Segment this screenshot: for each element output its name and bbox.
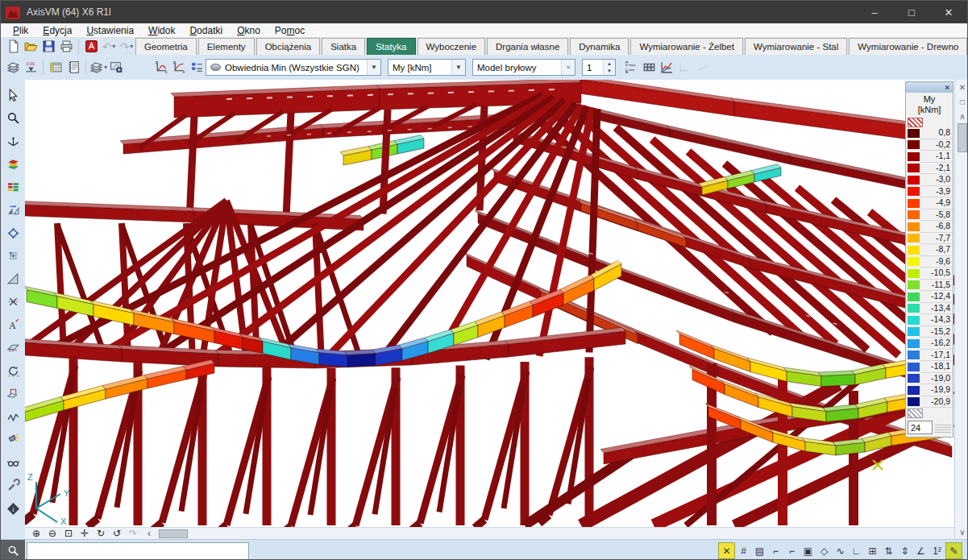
flashlight-icon[interactable] [3, 431, 23, 449]
vertical-arrows-toggle[interactable]: ⇅ [881, 543, 896, 558]
menu-item-plik[interactable]: Plik [6, 25, 35, 36]
menu-item-ustawienia[interactable]: Ustawienia [79, 25, 141, 36]
hscrollbar-thumb[interactable] [159, 529, 188, 538]
coordinate-window-toggle[interactable]: ✕ [718, 542, 735, 559]
panel-close-icon[interactable]: ✕ [955, 80, 968, 94]
report-maker-button[interactable] [64, 59, 82, 77]
visibility-glasses-icon[interactable] [3, 454, 23, 471]
tab-obciążenia[interactable]: Obciążenia [256, 38, 321, 55]
model-viewport[interactable]: ZYX [25, 80, 954, 527]
text-annotation-icon[interactable]: A [3, 316, 23, 334]
close-button[interactable]: ✕ [930, 1, 967, 23]
open-file-button[interactable] [22, 38, 39, 56]
angle-toggle[interactable]: ∠ [913, 543, 929, 558]
tab-siatka[interactable]: Siatka [322, 38, 365, 55]
remove-dimension-icon[interactable] [3, 293, 23, 311]
save-file-button[interactable] [39, 38, 57, 56]
mesh-icon[interactable] [3, 247, 23, 265]
menu-item-edycja[interactable]: Edycja [35, 25, 79, 36]
pan-icon[interactable]: ✛ [77, 528, 93, 539]
legend-header[interactable]: ✕ [906, 82, 953, 93]
tab-dynamika[interactable]: Dynamika [570, 38, 629, 55]
zoom-in-icon[interactable]: ⊕ [28, 528, 44, 539]
scroll-down-icon[interactable]: ∨ [955, 525, 968, 539]
tab-wymiarowanie-żelbet[interactable]: Wymiarowanie - Żelbet [630, 38, 743, 55]
section-segment-icon[interactable] [3, 385, 23, 403]
section-gray-toggle[interactable]: ⌐ [768, 543, 783, 558]
legend-count-input[interactable]: 24 [908, 421, 933, 434]
display-mode-combo-arrow[interactable]: ˅ [561, 60, 575, 75]
influence-line-button[interactable] [693, 59, 711, 77]
undo-button-dropdown-arrow[interactable]: ▾ [112, 43, 115, 50]
dimension-lines-icon[interactable] [3, 270, 23, 288]
load-arrows-toggle[interactable]: ⇕ [897, 543, 912, 558]
animation-button[interactable] [640, 59, 658, 77]
structural-model-view[interactable]: ZYX [25, 80, 954, 527]
grid-toggle[interactable]: ⊞ [865, 543, 880, 558]
tab-wyboczenie[interactable]: Wyboczenie [418, 38, 486, 55]
new-file-button[interactable] [4, 38, 22, 56]
level-marker-button[interactable]: 0.00 [22, 59, 39, 77]
editing-tools-icon[interactable] [3, 224, 23, 242]
select-cursor-icon[interactable] [3, 86, 23, 104]
edit-mode-toggle[interactable]: ✎ [945, 542, 962, 559]
info-icon[interactable]: i [3, 500, 23, 517]
numbering-toggle[interactable]: 1² [929, 543, 945, 558]
section-result-button[interactable] [675, 59, 693, 77]
scale-up-icon[interactable]: ▲ [604, 60, 615, 68]
print-button[interactable] [57, 38, 75, 56]
color-coding-icon[interactable] [3, 178, 23, 196]
section-color-toggle[interactable]: ⌐ [784, 543, 800, 558]
legend-close-icon[interactable]: ✕ [941, 84, 953, 92]
display-mode-combo[interactable]: Model bryłowy ˅ [472, 59, 575, 76]
search-input[interactable] [27, 542, 249, 560]
curve-toggle[interactable]: ∿ [833, 543, 848, 558]
tab-statyka[interactable]: Statyka [367, 38, 415, 55]
scroll-left-icon[interactable]: ‹ [141, 528, 157, 539]
node-snap-toggle[interactable]: ◇ [816, 543, 832, 558]
redo-view-icon[interactable]: ↷ [125, 528, 141, 539]
search-button[interactable] [1, 540, 25, 560]
zoom-fit-icon[interactable]: ⊡ [60, 528, 77, 539]
rendering-mode-icon[interactable] [3, 156, 23, 173]
envelope-combo[interactable]: Obwiednia Min (Wszystkie SGN) ▼ [206, 59, 381, 76]
tables-button[interactable] [47, 59, 64, 77]
envelope-combo-arrow[interactable]: ▼ [367, 60, 380, 75]
component-combo-arrow[interactable]: ▼ [451, 60, 465, 75]
minimize-button[interactable]: – [856, 1, 893, 23]
local-axes-toggle[interactable]: ∟ [849, 543, 864, 558]
tab-elementy[interactable]: Elementy [198, 38, 255, 55]
redo-button[interactable]: ↷▾ [118, 38, 135, 56]
zoom-out-icon[interactable]: ⊖ [44, 528, 60, 539]
maximize-button[interactable]: □ [893, 1, 930, 23]
menu-item-dodatki[interactable]: Dodatki [182, 25, 230, 36]
mesh-display-toggle[interactable]: # [736, 543, 751, 558]
zoom-icon[interactable] [3, 110, 23, 127]
undo-view-icon[interactable]: ↺ [109, 528, 125, 539]
section-plane-icon[interactable] [3, 339, 23, 357]
vscrollbar-thumb[interactable] [958, 123, 967, 152]
workplane-toggle[interactable]: ▣ [800, 543, 816, 558]
tab-drgania-własne[interactable]: Drgania własne [487, 38, 568, 55]
path-polyline-icon[interactable] [3, 408, 23, 425]
display-mode-button[interactable]: ▾ [89, 59, 107, 77]
scale-down-icon[interactable]: ▼ [604, 68, 615, 76]
tools-wrench-icon[interactable] [3, 477, 23, 495]
layers-button[interactable] [4, 59, 22, 77]
perspective-button[interactable] [107, 59, 125, 77]
tab-wymiarowanie-drewno[interactable]: Wymiarowanie - Drewno [849, 38, 967, 55]
rotate-model-icon[interactable]: 123 [3, 362, 23, 380]
pdf-export-button[interactable] [82, 38, 100, 56]
result-display-parameters-button[interactable] [188, 59, 206, 77]
min-max-values-button[interactable]: xmaxxmin [622, 59, 640, 77]
rotate-view-icon[interactable]: ↻ [93, 528, 109, 539]
views-axes-icon[interactable] [3, 132, 23, 150]
geometry-transform-icon[interactable] [3, 201, 23, 219]
diagram-max-button[interactable]: Pu [170, 59, 188, 77]
result-diagram-button[interactable] [658, 59, 675, 77]
tab-wymiarowanie-stal[interactable]: Wymiarowanie - Stal [745, 38, 847, 55]
undo-button[interactable]: ↶▾ [100, 38, 118, 56]
menu-item-okno[interactable]: Okno [230, 25, 268, 36]
redo-button-dropdown-arrow[interactable]: ▾ [130, 43, 133, 50]
scale-spinner[interactable]: 1 ▲▼ [582, 59, 616, 76]
